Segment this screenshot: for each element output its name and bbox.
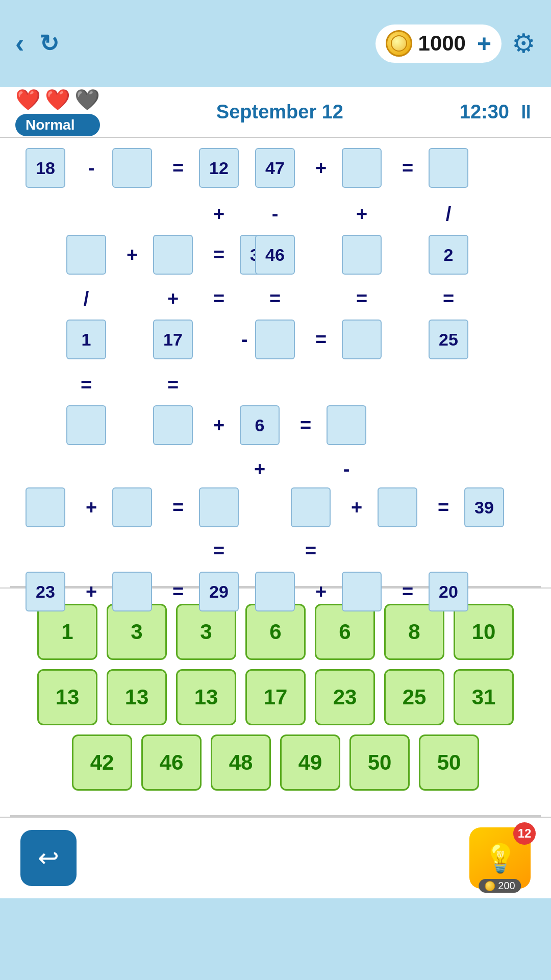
cell-r1c3[interactable]	[112, 148, 152, 188]
cell-r1c6[interactable]: 47	[255, 148, 295, 188]
cell-r5c1[interactable]	[26, 487, 65, 527]
tiles-row-2: 13 13 13 17 23 25 31	[20, 669, 531, 725]
game-header: ❤️ ❤️ ❤️ Normal September 12 12:30 ⏸	[0, 87, 551, 138]
cell-r1c1[interactable]: 18	[26, 148, 65, 188]
op-r4c5: =	[286, 405, 325, 445]
timer-text: 12:30	[460, 101, 509, 123]
main-content: ❤️ ❤️ ❤️ Normal September 12 12:30 ⏸ 18 …	[0, 87, 551, 898]
cell-r3c1[interactable]: 1	[66, 320, 106, 359]
cell-r4c1[interactable]	[66, 405, 106, 445]
cell-r5c3[interactable]	[112, 487, 152, 527]
cell-r5c8[interactable]	[378, 487, 417, 527]
op-r5c7: +	[337, 487, 377, 527]
op-r2b3: =	[199, 279, 239, 318]
cell-r5c6[interactable]	[291, 487, 331, 527]
tile-46[interactable]: 46	[141, 734, 202, 791]
op-r3c4: =	[301, 320, 341, 359]
top-bar-left: ‹ ↻	[15, 28, 59, 59]
cell-r2c1[interactable]	[66, 235, 106, 275]
tile-23[interactable]: 23	[315, 669, 375, 725]
op-r5c9: =	[423, 487, 463, 527]
tile-3a[interactable]: 3	[107, 604, 167, 660]
op-r1c9: =	[388, 148, 428, 188]
op-r6c9: =	[388, 572, 428, 611]
cell-r2c3[interactable]	[153, 235, 193, 275]
cell-r5c10[interactable]: 39	[464, 487, 504, 527]
cell-r2c7[interactable]	[342, 235, 382, 275]
coins-container: 1000 +	[375, 24, 502, 63]
op-r3b1: =	[66, 365, 106, 405]
op-r1c2: -	[71, 148, 111, 188]
op-r6c2: +	[71, 572, 111, 611]
tile-50a[interactable]: 50	[349, 734, 410, 791]
tiles-area: 1 3 3 6 6 8 10 13 13 13 17 23 25 31 42 4…	[0, 587, 551, 815]
cell-r3c2[interactable]: 17	[153, 320, 193, 359]
cell-r3c6[interactable]: 25	[429, 320, 468, 359]
undo-button[interactable]: ↩	[20, 830, 77, 886]
cell-r2c6[interactable]: 46	[255, 235, 295, 275]
op-r2b2: +	[153, 279, 193, 318]
cell-r6c8[interactable]	[342, 572, 382, 611]
cell-r2c8[interactable]: 2	[429, 235, 468, 275]
cell-r3c5[interactable]	[342, 320, 382, 359]
cell-r6c5[interactable]: 29	[199, 572, 239, 611]
cell-r4c2[interactable]	[153, 405, 193, 445]
cell-r4c4[interactable]: 6	[240, 405, 280, 445]
op-r2c2: +	[112, 235, 152, 275]
top-bar: ‹ ↻ 1000 + ⚙	[0, 0, 551, 87]
refresh-button[interactable]: ↻	[39, 30, 59, 57]
cell-r6c1[interactable]: 23	[26, 572, 65, 611]
tile-13b[interactable]: 13	[107, 669, 167, 725]
hint-count-badge: 12	[513, 822, 536, 845]
tiles-row-3: 42 46 48 49 50 50	[20, 734, 531, 791]
heart-2: ❤️	[45, 88, 70, 112]
op-r1c7: +	[301, 148, 341, 188]
tile-42[interactable]: 42	[72, 734, 132, 791]
tile-49[interactable]: 49	[280, 734, 340, 791]
tile-13c[interactable]: 13	[176, 669, 236, 725]
hint-cost-value: 200	[498, 880, 515, 892]
pause-button[interactable]: ⏸	[516, 101, 536, 123]
op-r2c4: =	[199, 235, 239, 275]
back-button[interactable]: ‹	[15, 28, 24, 59]
tile-48[interactable]: 48	[211, 734, 271, 791]
tile-25[interactable]: 25	[384, 669, 444, 725]
tile-3b[interactable]: 3	[176, 604, 236, 660]
cell-r1c5[interactable]: 12	[199, 148, 239, 188]
cell-r5c5[interactable]	[199, 487, 239, 527]
op-r2b5: =	[342, 279, 382, 318]
tile-10[interactable]: 10	[454, 604, 514, 660]
hearts-normal-area: ❤️ ❤️ ❤️ Normal	[15, 88, 100, 136]
op-r3b2: =	[153, 365, 193, 405]
tile-50b[interactable]: 50	[419, 734, 479, 791]
tile-1[interactable]: 1	[37, 604, 97, 660]
op-r4b1: +	[240, 449, 280, 489]
op-r1b1: +	[199, 194, 239, 234]
difficulty-badge: Normal	[15, 114, 100, 136]
op-r2b1: /	[66, 279, 106, 318]
tile-6a[interactable]: 6	[245, 604, 306, 660]
heart-3: ❤️	[74, 88, 100, 112]
tile-8[interactable]: 8	[384, 604, 444, 660]
settings-button[interactable]: ⚙	[512, 28, 536, 59]
hint-icon: 💡	[483, 842, 517, 874]
tile-13a[interactable]: 13	[37, 669, 97, 725]
tile-6b[interactable]: 6	[315, 604, 375, 660]
cell-r3c3b[interactable]	[255, 320, 295, 359]
op-r2b6: =	[429, 279, 468, 318]
cell-r6c6[interactable]	[255, 572, 295, 611]
tile-31[interactable]: 31	[454, 669, 514, 725]
cell-r6c10[interactable]: 20	[429, 572, 468, 611]
heart-1: ❤️	[15, 88, 41, 112]
op-r6c4: =	[158, 572, 198, 611]
tiles-row-1: 1 3 3 6 6 8 10	[20, 604, 531, 660]
coins-value: 1000	[418, 31, 466, 56]
cell-r1c8[interactable]	[342, 148, 382, 188]
cell-r6c3[interactable]	[112, 572, 152, 611]
op-r6c7: +	[301, 572, 341, 611]
cell-r4c6[interactable]	[327, 405, 366, 445]
cell-r1c10[interactable]	[429, 148, 468, 188]
add-coins-button[interactable]: +	[477, 30, 491, 58]
tile-17[interactable]: 17	[245, 669, 306, 725]
op-r5b1: =	[199, 531, 239, 571]
